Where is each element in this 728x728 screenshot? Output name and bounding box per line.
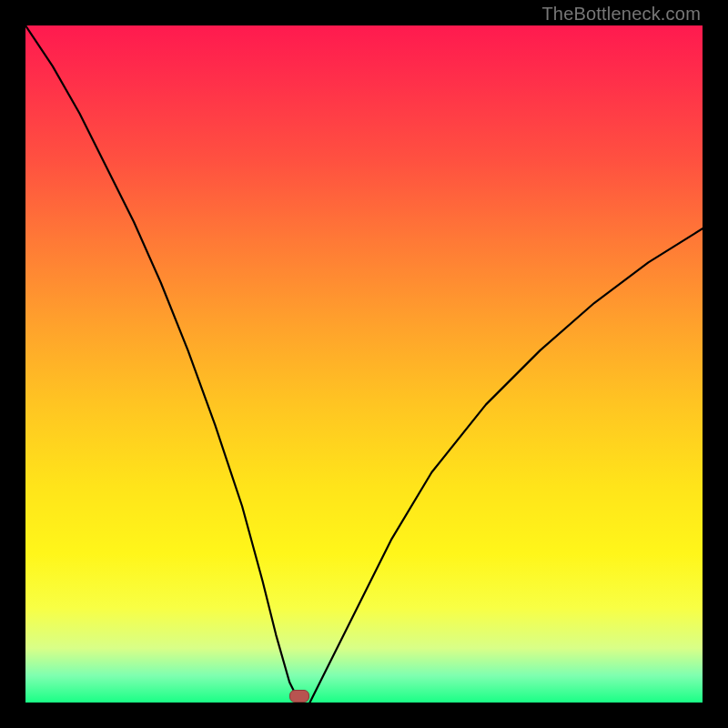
- watermark-text: TheBottleneck.com: [541, 4, 701, 25]
- curve-right-branch: [309, 228, 703, 703]
- curve-left-branch: [25, 25, 299, 703]
- plot-area: [25, 25, 703, 703]
- chart-frame: TheBottleneck.com: [0, 0, 728, 728]
- optimum-marker: [289, 690, 309, 703]
- bottleneck-curve: [25, 25, 703, 703]
